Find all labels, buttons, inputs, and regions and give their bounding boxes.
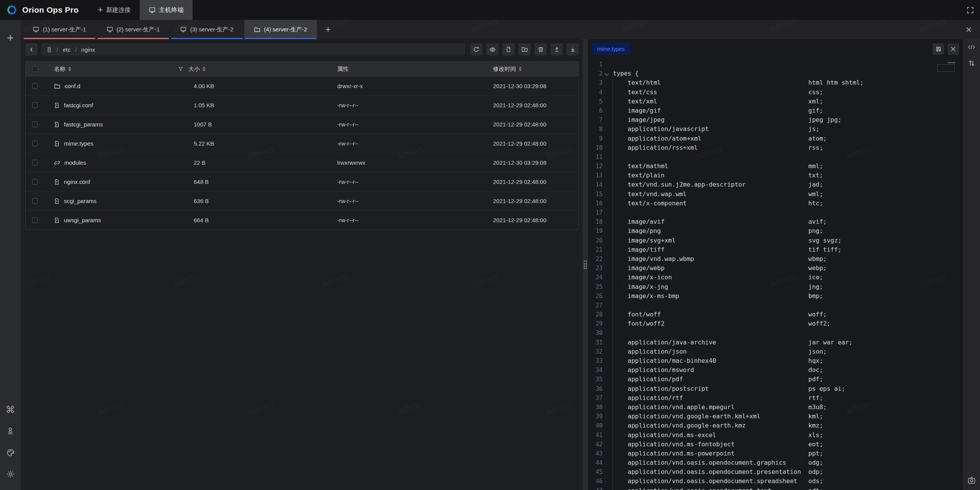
- editor-line[interactable]: 45 application/vnd.oasis.opendocument.pr…: [588, 467, 963, 477]
- file-row[interactable]: nginx.conf 648 B -rw-r--r-- 2021-12-29 0…: [26, 172, 578, 191]
- editor-line[interactable]: 29 font/woff2 woff2;: [588, 319, 963, 328]
- code-view-icon[interactable]: [967, 44, 975, 51]
- sort-size-control[interactable]: [203, 67, 206, 71]
- editor-line[interactable]: 18 image/avif avif;: [588, 217, 963, 226]
- editor-line[interactable]: 10 application/rss+xml rss;: [588, 143, 963, 152]
- fullscreen-icon[interactable]: [960, 0, 980, 20]
- command-shortcuts-icon[interactable]: ⌘: [0, 399, 21, 420]
- editor-line[interactable]: 43 application/vnd.ms-powerpoint ppt;: [588, 449, 963, 458]
- path-breadcrumb[interactable]: / etc / nginx: [41, 43, 465, 56]
- editor-line[interactable]: 39 application/vnd.google-earth.kml+xml …: [588, 412, 963, 421]
- file-row[interactable]: fastcgi.conf 1.05 KB -rw-r--r-- 2021-12-…: [26, 95, 578, 115]
- editor-line[interactable]: 41 application/vnd.ms-excel xls;: [588, 431, 963, 440]
- editor-line[interactable]: 27: [588, 301, 963, 310]
- fold-column[interactable]: [604, 431, 610, 440]
- file-row[interactable]: mime.types 5.22 KB -rw-r--r-- 2021-12-29…: [26, 134, 578, 153]
- fold-column[interactable]: [604, 69, 610, 78]
- upload-button[interactable]: [550, 43, 563, 56]
- save-file-button[interactable]: [933, 43, 944, 55]
- fold-column[interactable]: [604, 199, 610, 208]
- download-button[interactable]: [567, 43, 579, 56]
- file-row[interactable]: fastcgi_params 1007 B -rw-r--r-- 2021-12…: [26, 115, 578, 134]
- row-checkbox[interactable]: [32, 141, 38, 146]
- fold-column[interactable]: [604, 217, 610, 226]
- editor-line[interactable]: 31 application/java-archive jar war ear;: [588, 338, 963, 347]
- fold-column[interactable]: [604, 440, 610, 449]
- new-folder-button[interactable]: [518, 43, 531, 56]
- editor-file-tab[interactable]: mime.types: [591, 43, 631, 55]
- editor-line[interactable]: 46 application/vnd.oasis.opendocument.sp…: [588, 477, 963, 486]
- editor-line[interactable]: 24 image/x-icon ico;: [588, 273, 963, 282]
- fold-column[interactable]: [604, 365, 610, 375]
- fold-column[interactable]: [604, 143, 610, 152]
- editor-line[interactable]: 9 application/atom+xml atom;: [588, 134, 963, 143]
- fold-column[interactable]: [604, 282, 610, 292]
- editor-line[interactable]: 28 font/woff woff;: [588, 310, 963, 319]
- editor-line[interactable]: 40 application/vnd.google-earth.kmz kmz;: [588, 421, 963, 430]
- editor-line[interactable]: 11: [588, 152, 963, 162]
- fold-column[interactable]: [604, 421, 610, 430]
- fold-column[interactable]: [604, 134, 610, 143]
- editor-line[interactable]: 16 text/x-component htc;: [588, 199, 963, 208]
- editor-line[interactable]: 1: [588, 60, 963, 69]
- row-checkbox[interactable]: [32, 198, 38, 204]
- fold-chevron-icon[interactable]: [604, 72, 609, 76]
- new-connection-button[interactable]: + 新建连接: [88, 0, 140, 20]
- fold-column[interactable]: [604, 384, 610, 393]
- row-checkbox[interactable]: [32, 121, 38, 127]
- show-hidden-eye-button[interactable]: [486, 43, 498, 56]
- fold-column[interactable]: [604, 264, 610, 273]
- close-editor-button[interactable]: [947, 43, 959, 55]
- new-file-button[interactable]: [502, 43, 514, 56]
- host-terminal-tab[interactable]: 主机终端: [140, 0, 193, 20]
- editor-line[interactable]: 20 image/svg+xml svg svgz;: [588, 236, 963, 245]
- editor-line[interactable]: 26 image/x-ms-bmp bmp;: [588, 292, 963, 301]
- fold-column[interactable]: [604, 162, 610, 171]
- editor-line[interactable]: 7 image/jpeg jpeg jpg;: [588, 115, 963, 125]
- row-checkbox[interactable]: [32, 83, 38, 89]
- sort-updown-icon[interactable]: [968, 59, 975, 67]
- editor-line[interactable]: 25 image/x-jng jng;: [588, 282, 963, 292]
- fold-column[interactable]: [604, 245, 610, 254]
- minimap-viewport[interactable]: [937, 64, 955, 72]
- stamp-icon[interactable]: [0, 420, 21, 442]
- fold-column[interactable]: [604, 403, 610, 412]
- fold-column[interactable]: [604, 328, 610, 338]
- editor-line[interactable]: 15 text/vnd.wap.wml wml;: [588, 190, 963, 199]
- editor-body[interactable]: 1 2 types {: [588, 60, 963, 490]
- editor-line[interactable]: 12 text/mathml mml;: [588, 162, 963, 171]
- fold-column[interactable]: [604, 375, 610, 384]
- editor-line[interactable]: 30: [588, 328, 963, 338]
- editor-line[interactable]: 23 image/webp webp;: [588, 264, 963, 273]
- fold-column[interactable]: [604, 356, 610, 365]
- row-checkbox[interactable]: [32, 217, 38, 223]
- editor-line[interactable]: 6 image/gif gif;: [588, 106, 963, 115]
- fold-column[interactable]: [604, 347, 610, 356]
- sort-name-control[interactable]: [68, 67, 71, 71]
- editor-line[interactable]: 19 image/png png;: [588, 226, 963, 236]
- sidebar-add-button[interactable]: +: [7, 32, 14, 44]
- fold-column[interactable]: [604, 301, 610, 310]
- delete-trash-button[interactable]: [534, 43, 547, 56]
- editor-line[interactable]: 33 application/mac-binhex40 hqx;: [588, 356, 963, 365]
- editor-line[interactable]: 13 text/plain txt;: [588, 171, 963, 180]
- fold-column[interactable]: [604, 319, 610, 328]
- editor-line[interactable]: 34 application/msword doc;: [588, 365, 963, 375]
- select-all-checkbox[interactable]: [32, 66, 38, 72]
- file-row[interactable]: modules 22 B lrwxrwxrwx 2021-12-30 03:29…: [26, 153, 578, 172]
- row-checkbox[interactable]: [32, 102, 38, 108]
- fold-column[interactable]: [604, 97, 610, 106]
- sort-modified-control[interactable]: [519, 67, 522, 71]
- fold-column[interactable]: [604, 477, 610, 486]
- fold-column[interactable]: [604, 236, 610, 245]
- fold-column[interactable]: [604, 180, 610, 189]
- add-tab-button[interactable]: +: [318, 20, 338, 39]
- fold-column[interactable]: [604, 78, 610, 87]
- terminal-tab[interactable]: (2) server-生产-1: [97, 20, 170, 39]
- editor-line[interactable]: 2 types {: [588, 69, 963, 78]
- fold-column[interactable]: [604, 486, 610, 490]
- fold-column[interactable]: [604, 88, 610, 97]
- editor-line[interactable]: 22 image/vnd.wap.wbmp wbmp;: [588, 254, 963, 264]
- fold-column[interactable]: [604, 106, 610, 115]
- fold-column[interactable]: [604, 190, 610, 199]
